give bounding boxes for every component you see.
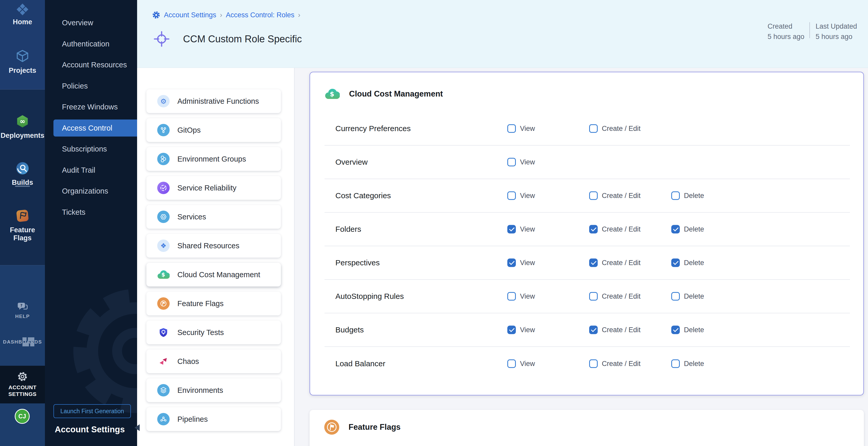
rail-item-feature-flags[interactable]: Feature Flags — [0, 209, 45, 242]
checkbox-box[interactable] — [589, 359, 598, 368]
permission-name: Budgets — [335, 325, 364, 334]
checkbox-box[interactable] — [507, 292, 516, 301]
resource-card-security-tests[interactable]: Security Tests — [146, 321, 281, 344]
rail-item-account-settings[interactable]: ACCOUNT SETTINGS — [0, 371, 45, 397]
sidebar-item-freeze-windows[interactable]: Freeze Windows — [45, 98, 137, 115]
svg-text:?: ? — [20, 303, 23, 308]
account-settings-label: ACCOUNT SETTINGS — [6, 384, 39, 397]
delete-checkbox[interactable]: Delete — [671, 192, 704, 200]
create-edit-checkbox[interactable]: Create / Edit — [589, 292, 641, 301]
checkbox-box[interactable] — [589, 225, 598, 233]
module-rail: ❖ Home Projects — [0, 0, 45, 446]
sidebar-collapse-icon[interactable] — [134, 424, 140, 431]
checkbox-box[interactable] — [589, 259, 598, 267]
rail-item-projects[interactable]: Projects — [0, 49, 45, 74]
rail-item-builds[interactable]: Builds — [0, 162, 45, 187]
breadcrumb-separator: › — [298, 11, 300, 19]
view-checkbox[interactable]: View — [507, 359, 535, 368]
content: Account Settings › Access Control: Roles… — [137, 0, 868, 446]
account-settings-gear-icon — [17, 371, 28, 383]
checkbox-box[interactable] — [671, 292, 680, 301]
create-edit-checkbox[interactable]: Create / Edit — [589, 225, 641, 233]
resource-card-services[interactable]: Services — [146, 205, 281, 229]
chaos-icon — [157, 355, 169, 368]
svg-text:$: $ — [161, 272, 165, 278]
checkbox-box[interactable] — [671, 359, 680, 368]
checkbox-box[interactable] — [507, 158, 516, 166]
create-edit-checkbox[interactable]: Create / Edit — [589, 192, 641, 200]
title-row: CCM Custom Role Specific — [153, 30, 302, 47]
delete-checkbox[interactable]: Delete — [671, 292, 704, 301]
delete-checkbox[interactable]: Delete — [671, 326, 704, 334]
view-checkbox[interactable]: View — [507, 158, 535, 166]
create-edit-checkbox[interactable]: Create / Edit — [589, 326, 641, 334]
view-checkbox[interactable]: View — [507, 225, 535, 233]
breadcrumb-account-settings[interactable]: Account Settings — [164, 11, 216, 19]
resource-card-chaos[interactable]: Chaos — [146, 349, 281, 373]
checkbox-box[interactable] — [671, 225, 680, 233]
launch-first-generation-button[interactable]: Launch First Generation — [54, 404, 131, 418]
rail-item-deployments[interactable]: ∞ Deployments — [0, 115, 45, 140]
permission-name: Currency Preferences — [335, 124, 411, 133]
view-checkbox[interactable]: View — [507, 124, 535, 133]
checkbox-box[interactable] — [507, 259, 516, 267]
sidebar-item-account-resources[interactable]: Account Resources — [45, 56, 137, 73]
sidebar-item-tickets[interactable]: Tickets — [45, 204, 137, 221]
checkbox-box[interactable] — [589, 326, 598, 334]
create-edit-checkbox[interactable]: Create / Edit — [589, 124, 641, 133]
checkbox-box[interactable] — [589, 292, 598, 301]
rail-account-settings-section[interactable]: ACCOUNT SETTINGS — [0, 366, 45, 404]
view-checkbox[interactable]: View — [507, 326, 535, 334]
delete-checkbox[interactable]: Delete — [671, 259, 704, 267]
sidebar-item-audit-trail[interactable]: Audit Trail — [45, 162, 137, 179]
rail-item-label: Feature Flags — [0, 226, 45, 242]
role-target-icon — [153, 30, 170, 47]
resource-card-cloud-cost-management[interactable]: $ Cloud Cost Management — [146, 263, 281, 286]
feature-flags-header: Feature Flags — [324, 420, 401, 435]
checkbox-box[interactable] — [671, 326, 680, 334]
create-edit-checkbox[interactable]: Create / Edit — [589, 359, 641, 368]
meta-divider — [809, 22, 810, 38]
checkbox-box[interactable] — [671, 192, 680, 200]
resource-card-environments[interactable]: Environments — [146, 378, 281, 402]
sidebar-item-overview[interactable]: Overview — [45, 14, 137, 31]
checkbox-box[interactable] — [507, 225, 516, 233]
cloud-dollar-icon: $ — [325, 88, 340, 100]
help-chat-icon: ? — [17, 302, 28, 312]
resource-card-gitops[interactable]: GitOps — [146, 118, 281, 142]
sidebar-footer-title: Account Settings — [55, 424, 125, 435]
avatar[interactable]: CJ — [15, 409, 30, 424]
create-edit-checkbox[interactable]: Create / Edit — [589, 259, 641, 267]
resource-card-administrative-functions[interactable]: ⚙ Administrative Functions — [146, 89, 281, 113]
last-updated-label: Last Updated — [815, 21, 857, 31]
sidebar-item-policies[interactable]: Policies — [45, 77, 137, 94]
view-checkbox[interactable]: View — [507, 292, 535, 301]
sidebar-item-organizations[interactable]: Organizations — [45, 183, 137, 199]
resource-card-environment-groups[interactable]: Environment Groups — [146, 147, 281, 171]
checkbox-box[interactable] — [507, 359, 516, 368]
breadcrumb-access-control-roles[interactable]: Access Control: Roles — [226, 11, 294, 19]
rail-item-dashboards[interactable]: DASHBOARDS — [0, 337, 45, 345]
checkbox-box[interactable] — [507, 326, 516, 334]
sidebar-item-subscriptions[interactable]: Subscriptions — [45, 140, 137, 157]
checkbox-box[interactable] — [589, 124, 598, 133]
resource-card-service-reliability[interactable]: Service Reliability — [146, 176, 281, 200]
checkbox-box[interactable] — [507, 192, 516, 200]
delete-checkbox[interactable]: Delete — [671, 225, 704, 233]
feature-flags-section-icon — [324, 420, 339, 435]
rail-item-help[interactable]: ? HELP — [0, 302, 45, 319]
rail-item-home[interactable]: ❖ Home — [0, 2, 45, 26]
resource-card-shared-resources[interactable]: ❖ Shared Resources — [146, 234, 281, 258]
view-checkbox[interactable]: View — [507, 259, 535, 267]
sidebar-item-access-control[interactable]: Access Control — [54, 120, 137, 136]
sidebar-item-authentication[interactable]: Authentication — [45, 35, 137, 53]
delete-checkbox[interactable]: Delete — [671, 359, 704, 368]
checkbox-box[interactable] — [507, 124, 516, 133]
resource-card-feature-flags[interactable]: Feature Flags — [146, 292, 281, 315]
checkbox-box[interactable] — [671, 259, 680, 267]
checkbox-box[interactable] — [589, 192, 598, 200]
view-checkbox[interactable]: View — [507, 192, 535, 200]
resource-card-pipelines[interactable]: Pipelines — [146, 407, 281, 431]
shared-resources-icon: ❖ — [157, 240, 169, 252]
rail-item-label: Builds — [0, 179, 45, 187]
